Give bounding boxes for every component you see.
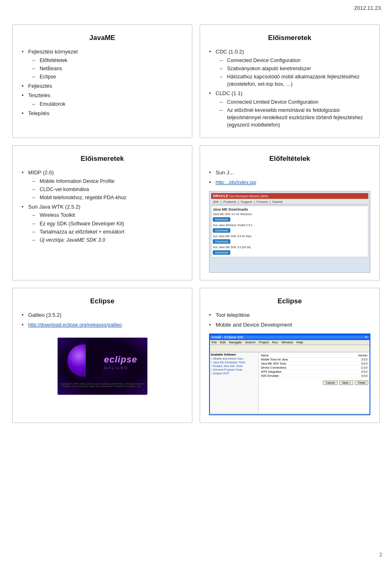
eclipse-footer: Copyright © 2008-2009, eclipse.org contr… [58, 382, 146, 388]
list-item: Tool telepítése [209, 311, 370, 319]
slide-eloism-midp-title: Előismeretek [22, 155, 183, 163]
slide-elofelt: Előfeltételek Sun J... http:...ids/index… [200, 145, 380, 280]
slide-eloism-midp: Előismeretek MIDP (2.0) Mobile Informati… [12, 145, 192, 280]
sub-list-item: Emulátorok [32, 100, 183, 108]
eclipse-tool-list: Tool telepítése Mobile and Device Develo… [209, 311, 370, 329]
page-number: 2 [379, 552, 382, 558]
list-item: CDC (1.0.2) Connected Device Configurati… [209, 48, 370, 88]
sub-list-item: Hálózathoz kapcsolódó mobil alkalmazások… [220, 73, 370, 88]
list-item: Telepítés [22, 109, 183, 118]
slide-eloism-cdc: Előismeretek CDC (1.0.2) Connected Devic… [200, 24, 380, 138]
list-item: Mobile and Device Development [209, 321, 370, 329]
slide-javame-title: JavaME [22, 34, 183, 42]
eclipse-list: Galileo (3.5.2) http://download.eclipse.… [22, 311, 183, 329]
list-item: MIDP (2.0) Mobile Information Device Pro… [22, 169, 183, 201]
slide-eclipse-tool: Eclipse Tool telepítése Mobile and Devic… [200, 288, 380, 423]
sub-list-item: Mobile Information Device Profile [32, 178, 183, 185]
slide-eloism-cdc-title: Előismeretek [209, 34, 370, 42]
sub-list-item: Tartalmazza az előzőeket + emulátort [32, 228, 183, 236]
eclipse-install-screenshot: Install - Eclipse IDE ✕ File Edit Naviga… [209, 334, 370, 415]
list-item: Fejlesztés [22, 82, 183, 90]
list-item: http:...ids/index.jsp [209, 178, 370, 187]
list-item: CLDC (1.1) Connected Limited Device Conf… [209, 89, 370, 129]
cdc-list: CDC (1.0.2) Connected Device Configurati… [209, 48, 370, 129]
list-item: Tesztelés Emulátorok [22, 91, 183, 108]
sub-list-item: Előfeltételek [32, 57, 183, 64]
javame-list: Fejlesztési környezet Előfeltételek NetB… [22, 48, 183, 118]
slide-eclipse-galileo: Eclipse Galileo (3.5.2) http://download.… [12, 288, 192, 423]
slide-javame: JavaME Fejlesztési környezet Előfeltétel… [12, 24, 192, 138]
list-item: Sun J... [209, 169, 370, 177]
sub-list-item: CLDC-vel kombinálva [32, 186, 183, 193]
eclipse-circle-icon [67, 344, 100, 377]
oracle-screenshot: ORACLE Sun Developer Network (SDN) JDK |… [209, 191, 370, 273]
sub-list-item: Wireless Toolkit [32, 211, 183, 219]
list-item: Galileo (3.5.2) [22, 311, 183, 319]
page-date: 2012.11.23. [354, 5, 382, 11]
eclipse-logo-sub: GALILEO [104, 366, 138, 370]
midp-list: MIDP (2.0) Mobile Information Device Pro… [22, 169, 183, 244]
sub-list-item: Eclipse [32, 73, 183, 80]
list-item: http://download.eclipse.org/releases/gal… [22, 321, 183, 329]
sub-list-item: NetBeans [32, 65, 183, 72]
list-item: Fejlesztési környezet Előfeltételek NetB… [22, 48, 183, 80]
sub-list-item: Szabványokon alapuló keretrendszer [220, 65, 370, 72]
sub-list-item: Connected Limited Device Configuration [220, 98, 370, 106]
eclipse-logo: eclipse GALILEO Copyright © 2008-2009, e… [58, 338, 147, 395]
sub-list-item: Connected Device Configuration [220, 57, 370, 64]
sub-list-item: Új verziója: JavaME SDK 3.0 [32, 236, 183, 244]
sub-list-item: Az előzőnél kevesebb memóriával és feldo… [220, 107, 370, 129]
slide-elofelt-title: Előfeltételek [209, 155, 370, 163]
slide-eclipse-galileo-title: Eclipse [22, 297, 183, 305]
elofelt-list: Sun J... http:...ids/index.jsp [209, 169, 370, 186]
list-item: Sun Java WTK (2.5.2) Wireless Toolkit Ez… [22, 203, 183, 244]
sub-list-item: Ez egy SDK (Software Developer Kit) [32, 220, 183, 227]
eclipse-logo-text: eclipse [104, 354, 138, 365]
sub-list-item: Mobil telefonokhoz, régebbi PDA-khoz [32, 194, 183, 201]
slide-eclipse-tool-title: Eclipse [209, 297, 370, 305]
